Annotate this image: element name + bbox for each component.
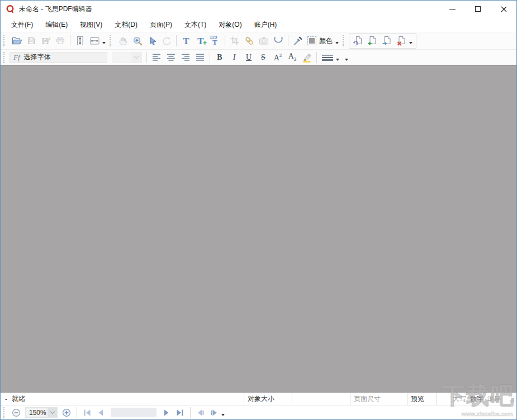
add-text-button[interactable]: T +: [193, 34, 208, 47]
fit-options-dropdown-icon[interactable]: [102, 42, 106, 44]
zoom-out-button[interactable]: [10, 407, 23, 419]
align-right-button[interactable]: [178, 51, 193, 64]
toolbar-grip[interactable]: [110, 35, 112, 46]
eyedropper-icon: [293, 36, 303, 46]
main-toolbar: T T + 123 T: [1, 32, 516, 50]
crop-tool-button[interactable]: [227, 34, 242, 47]
color-button[interactable]: 颜色: [305, 34, 335, 47]
scroll-lock-indicator: 滚屏: [487, 394, 501, 404]
menu-text[interactable]: 文本(T): [178, 17, 212, 32]
last-page-icon: [176, 409, 184, 417]
save-button[interactable]: [24, 34, 39, 47]
delete-page-button[interactable]: [394, 34, 409, 47]
status-preview-panel[interactable]: 预览: [407, 393, 437, 405]
page-tools-dropdown-icon[interactable]: [409, 42, 412, 44]
insert-page-button[interactable]: [365, 34, 380, 47]
menu-document[interactable]: 文档(D): [108, 17, 144, 32]
rotate-tool-button[interactable]: [159, 34, 174, 47]
zoom-dropdown-icon: [48, 408, 57, 417]
toolbar-grip[interactable]: [3, 407, 6, 418]
text-tool-icon: T: [183, 36, 189, 46]
previous-view-button[interactable]: [194, 407, 207, 419]
open-button[interactable]: [10, 34, 24, 47]
title-bar[interactable]: 未命名 - 飞思PDF编辑器: [1, 1, 516, 17]
page-size-label: 页面尺寸: [354, 394, 381, 404]
zoom-in-button[interactable]: [60, 407, 73, 419]
app-logo-icon: [6, 4, 15, 13]
open-folder-icon: [12, 36, 22, 45]
rotate-icon: [162, 36, 172, 46]
next-view-button[interactable]: [207, 407, 221, 419]
num-lock-indicator: 数字: [470, 394, 483, 404]
page-number-input[interactable]: [111, 408, 156, 417]
color-dropdown-icon[interactable]: [335, 42, 339, 44]
toolbar-separator: [146, 52, 147, 63]
navigation-bar: 150%: [1, 405, 516, 419]
window-title: 未命名 - 飞思PDF编辑器: [19, 4, 92, 14]
maximize-button[interactable]: [465, 1, 491, 17]
zoom-level-selector[interactable]: 150%: [25, 407, 58, 418]
menu-file[interactable]: 文件(F): [5, 17, 39, 32]
zoom-tool-button[interactable]: [130, 34, 145, 47]
snapshot-button[interactable]: [257, 34, 271, 47]
resize-grip[interactable]: [507, 395, 515, 403]
menu-view[interactable]: 视图(V): [74, 17, 108, 32]
eyedropper-button[interactable]: [291, 34, 305, 47]
save-as-button[interactable]: [39, 34, 53, 47]
menu-object[interactable]: 对象(O): [212, 17, 248, 32]
nav-overflow-dropdown-icon[interactable]: [221, 414, 225, 416]
fit-width-button[interactable]: [87, 34, 102, 47]
minimize-button[interactable]: [439, 1, 465, 17]
toolbar-separator: [176, 35, 177, 46]
close-button[interactable]: [491, 1, 516, 17]
text-numbering-button[interactable]: 123 T: [208, 34, 222, 47]
first-page-button[interactable]: [80, 407, 94, 419]
align-justify-button[interactable]: [193, 51, 207, 64]
page-tools-group: [349, 33, 416, 49]
toolbar-grip[interactable]: [343, 35, 345, 46]
align-center-icon: [166, 54, 176, 61]
align-center-button[interactable]: [164, 51, 178, 64]
bold-icon: B: [217, 54, 222, 61]
page-delete-icon: [396, 36, 406, 46]
cursor-arrow-icon: [147, 36, 157, 46]
line-style-button[interactable]: [319, 51, 341, 64]
align-justify-icon: [195, 54, 205, 61]
superscript-button[interactable]: A2: [271, 51, 285, 64]
menu-edit[interactable]: 编辑(E): [39, 17, 74, 32]
font-selector[interactable]: Ff 选择字体: [10, 52, 107, 63]
format-toolbar: Ff 选择字体 B: [1, 50, 516, 65]
next-page-button[interactable]: [160, 407, 173, 419]
curve-tool-button[interactable]: [271, 34, 286, 47]
format-overflow-dropdown-icon[interactable]: [345, 59, 348, 61]
extract-page-button[interactable]: [380, 34, 394, 47]
select-tool-button[interactable]: [145, 34, 159, 47]
font-size-selector[interactable]: [112, 52, 142, 63]
last-page-button[interactable]: [173, 407, 187, 419]
text-tool-button[interactable]: T: [179, 34, 193, 47]
hand-icon: [118, 36, 128, 46]
window-controls: [439, 1, 516, 17]
menu-account[interactable]: 账户(H): [248, 17, 283, 32]
toolbar-grip[interactable]: [3, 52, 6, 63]
print-button[interactable]: [53, 34, 68, 47]
subscript-button[interactable]: A2: [285, 51, 300, 64]
document-canvas: [1, 65, 516, 393]
bold-button[interactable]: B: [212, 51, 227, 64]
line-style-dropdown-icon: [336, 59, 339, 61]
toolbar-grip[interactable]: [3, 35, 6, 46]
menu-page[interactable]: 页面(P): [144, 17, 178, 32]
status-dash: -: [5, 395, 7, 403]
underline-button[interactable]: U: [241, 51, 256, 64]
link-tool-button[interactable]: [242, 34, 257, 47]
strikethrough-button[interactable]: S: [256, 51, 271, 64]
italic-button[interactable]: I: [227, 51, 241, 64]
highlight-button[interactable]: [300, 51, 314, 64]
hand-tool-button[interactable]: [116, 34, 130, 47]
italic-icon: I: [233, 54, 236, 61]
previous-page-button[interactable]: [94, 407, 107, 419]
status-page-size-panel: 页面尺寸: [350, 393, 407, 405]
fit-height-button[interactable]: [73, 34, 87, 47]
align-left-button[interactable]: [149, 51, 164, 64]
replace-pages-button[interactable]: [350, 34, 365, 47]
